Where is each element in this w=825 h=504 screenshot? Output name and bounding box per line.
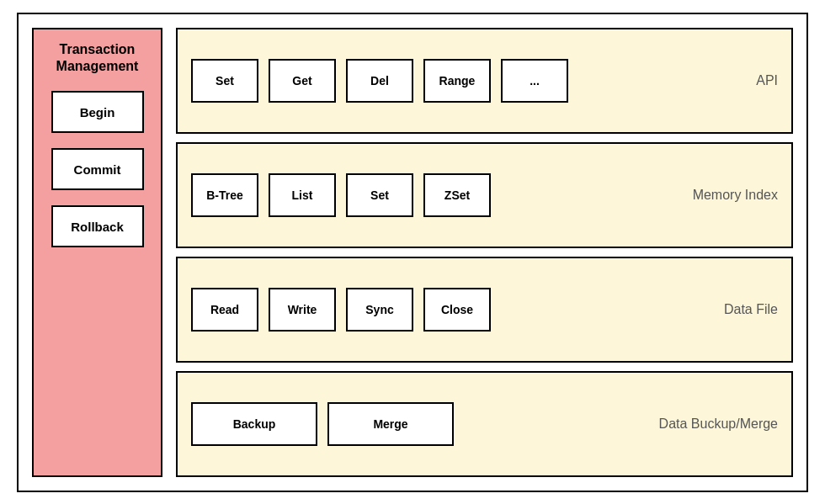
memory-index-items: B-Tree List Set ZSet	[191, 173, 674, 217]
commit-button[interactable]: Commit	[51, 148, 144, 190]
data-file-row: Read Write Sync Close Data File	[176, 257, 793, 363]
data-file-label: Data File	[716, 302, 778, 317]
transaction-management-panel: TransactionManagement Begin Commit Rollb…	[32, 28, 162, 477]
backup-merge-row: Backup Merge Data Buckup/Merge	[176, 371, 793, 477]
api-set-button[interactable]: Set	[191, 59, 258, 103]
rollback-button[interactable]: Rollback	[51, 205, 144, 247]
set-button[interactable]: Set	[346, 173, 413, 217]
memory-index-row: B-Tree List Set ZSet Memory Index	[176, 142, 793, 248]
api-label: API	[748, 73, 778, 88]
api-more-button[interactable]: ...	[501, 59, 568, 103]
panel-title: TransactionManagement	[56, 41, 139, 77]
backup-merge-label: Data Buckup/Merge	[651, 416, 778, 432]
data-file-items: Read Write Sync Close	[191, 288, 705, 332]
diagram: TransactionManagement Begin Commit Rollb…	[17, 13, 808, 492]
api-get-button[interactable]: Get	[269, 59, 336, 103]
api-range-button[interactable]: Range	[423, 59, 491, 103]
backup-button[interactable]: Backup	[191, 402, 317, 446]
right-panel: Set Get Del Range ... API B-Tree List Se…	[176, 28, 793, 477]
zset-button[interactable]: ZSet	[423, 173, 491, 217]
api-row: Set Get Del Range ... API	[176, 28, 793, 134]
memory-index-label: Memory Index	[684, 188, 778, 203]
list-button[interactable]: List	[269, 173, 336, 217]
api-del-button[interactable]: Del	[346, 59, 413, 103]
begin-button[interactable]: Begin	[51, 91, 144, 133]
merge-button[interactable]: Merge	[327, 402, 454, 446]
backup-merge-items: Backup Merge	[191, 402, 641, 446]
read-button[interactable]: Read	[191, 288, 258, 332]
api-items: Set Get Del Range ...	[191, 59, 737, 103]
write-button[interactable]: Write	[269, 288, 336, 332]
close-button[interactable]: Close	[423, 288, 491, 332]
sync-button[interactable]: Sync	[346, 288, 413, 332]
btree-button[interactable]: B-Tree	[191, 173, 258, 217]
